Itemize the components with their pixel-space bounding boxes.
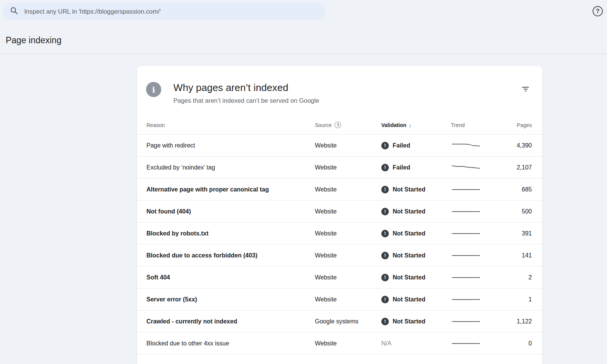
pages-count: 500 <box>500 208 532 215</box>
column-header-validation[interactable]: Validation ↓ <box>381 122 451 128</box>
trend-sparkline <box>451 185 500 194</box>
pages-count: 2,107 <box>500 164 532 171</box>
table-row[interactable]: Excluded by ‘noindex’ tag Website ! Fail… <box>137 157 543 179</box>
validation-error-icon: ! <box>381 186 389 193</box>
source-cell: Website <box>315 208 381 215</box>
validation-label: Not Started <box>393 208 425 215</box>
validation-error-icon: ! <box>381 252 389 259</box>
validation-cell: ! N/A <box>381 340 451 347</box>
trend-sparkline <box>451 163 500 172</box>
trend-sparkline <box>451 295 500 304</box>
table-row[interactable]: Blocked by robots.txt Website ! Not Star… <box>137 223 543 245</box>
trend-sparkline <box>451 339 500 348</box>
validation-cell: ! Not Started <box>381 230 451 237</box>
validation-label: Not Started <box>393 318 425 325</box>
source-cell: Website <box>315 142 381 149</box>
validation-cell: ! Not Started <box>381 296 451 303</box>
validation-label: Failed <box>393 164 410 171</box>
source-cell: Website <box>315 340 381 347</box>
validation-header-label: Validation <box>381 122 406 128</box>
info-icon: i <box>146 82 161 97</box>
reason-cell: Server error (5xx) <box>146 296 315 303</box>
column-header-reason: Reason <box>146 122 315 128</box>
validation-cell: ! Not Started <box>381 186 451 193</box>
table-row[interactable]: Alternative page with proper canonical t… <box>137 179 543 201</box>
page-title: Page indexing <box>6 35 61 46</box>
card-subtitle: Pages that aren’t indexed can’t be serve… <box>173 97 319 104</box>
validation-error-icon: ! <box>381 208 389 215</box>
validation-error-icon: ! <box>381 230 389 237</box>
reason-cell: Excluded by ‘noindex’ tag <box>146 164 315 171</box>
trend-sparkline <box>451 273 500 282</box>
trend-sparkline <box>451 251 500 260</box>
pages-count: 1 <box>500 296 532 303</box>
url-inspect-search-bar[interactable] <box>3 3 326 20</box>
reason-cell: Blocked by robots.txt <box>146 230 315 237</box>
trend-sparkline <box>451 141 500 150</box>
validation-error-icon: ! <box>381 164 389 171</box>
reason-cell: Page with redirect <box>146 142 315 149</box>
pages-count: 1,122 <box>500 318 532 325</box>
validation-label: Not Started <box>393 274 425 281</box>
card-title: Why pages aren’t indexed <box>173 82 319 94</box>
table-row[interactable]: Crawled - currently not indexed Google s… <box>137 311 543 333</box>
column-header-source: Source ? <box>315 122 381 128</box>
source-cell: Website <box>315 252 381 259</box>
table-body: Page with redirect Website ! Failed 4,39… <box>137 135 543 355</box>
trend-sparkline <box>451 207 500 216</box>
source-help-icon[interactable]: ? <box>335 122 341 128</box>
validation-label: Not Started <box>393 252 425 259</box>
validation-label: Failed <box>393 142 410 149</box>
validation-label: Not Started <box>393 230 425 237</box>
validation-cell: ! Not Started <box>381 208 451 215</box>
validation-cell: ! Not Started <box>381 318 451 325</box>
source-cell: Website <box>315 274 381 281</box>
search-icon <box>10 6 18 16</box>
reason-cell: Alternative page with proper canonical t… <box>146 186 315 193</box>
source-cell: Google systems <box>315 318 381 325</box>
validation-cell: ! Failed <box>381 164 451 171</box>
validation-error-icon: ! <box>381 318 389 325</box>
table-row[interactable]: Blocked due to access forbidden (403) We… <box>137 245 543 267</box>
sort-descending-icon: ↓ <box>409 122 412 128</box>
validation-error-icon: ! <box>381 274 389 281</box>
column-header-pages: Pages <box>500 122 532 128</box>
reason-cell: Blocked due to access forbidden (403) <box>146 252 315 259</box>
table-row[interactable]: Server error (5xx) Website ! Not Started… <box>137 289 543 311</box>
card-header: i Why pages aren’t indexed Pages that ar… <box>137 66 543 104</box>
validation-label: Not Started <box>393 296 425 303</box>
reason-cell: Crawled - currently not indexed <box>146 318 315 325</box>
source-cell: Website <box>315 164 381 171</box>
table-header-row: Reason Source ? Validation ↓ Trend Pages <box>137 116 543 135</box>
validation-cell: ! Not Started <box>381 274 451 281</box>
validation-cell: ! Failed <box>381 142 451 149</box>
pages-count: 685 <box>500 186 532 193</box>
trend-sparkline <box>451 317 500 326</box>
reason-cell: Not found (404) <box>146 208 315 215</box>
indexing-report-card: i Why pages aren’t indexed Pages that ar… <box>137 66 543 364</box>
source-cell: Website <box>315 186 381 193</box>
source-header-label: Source <box>315 122 332 128</box>
search-input[interactable] <box>24 8 319 16</box>
pages-count: 2 <box>500 274 532 281</box>
validation-label: N/A <box>381 340 392 347</box>
column-header-trend: Trend <box>451 122 500 128</box>
source-cell: Website <box>315 296 381 303</box>
validation-cell: ! Not Started <box>381 252 451 259</box>
table-row[interactable]: Not found (404) Website ! Not Started 50… <box>137 201 543 223</box>
trend-sparkline <box>451 229 500 238</box>
table-row[interactable]: Blocked due to other 4xx issue Website !… <box>137 333 543 355</box>
validation-error-icon: ! <box>381 142 389 149</box>
filter-icon[interactable] <box>521 86 530 93</box>
table-row[interactable]: Soft 404 Website ! Not Started 2 <box>137 267 543 289</box>
pages-count: 141 <box>500 252 532 259</box>
validation-label: Not Started <box>393 186 425 193</box>
validation-error-icon: ! <box>381 296 389 303</box>
header-divider <box>0 54 607 54</box>
source-cell: Website <box>315 230 381 237</box>
reason-cell: Soft 404 <box>146 274 315 281</box>
table-row[interactable]: Page with redirect Website ! Failed 4,39… <box>137 135 543 157</box>
pages-count: 0 <box>500 340 532 347</box>
reason-cell: Blocked due to other 4xx issue <box>146 340 315 347</box>
help-icon[interactable]: ? <box>593 6 603 16</box>
